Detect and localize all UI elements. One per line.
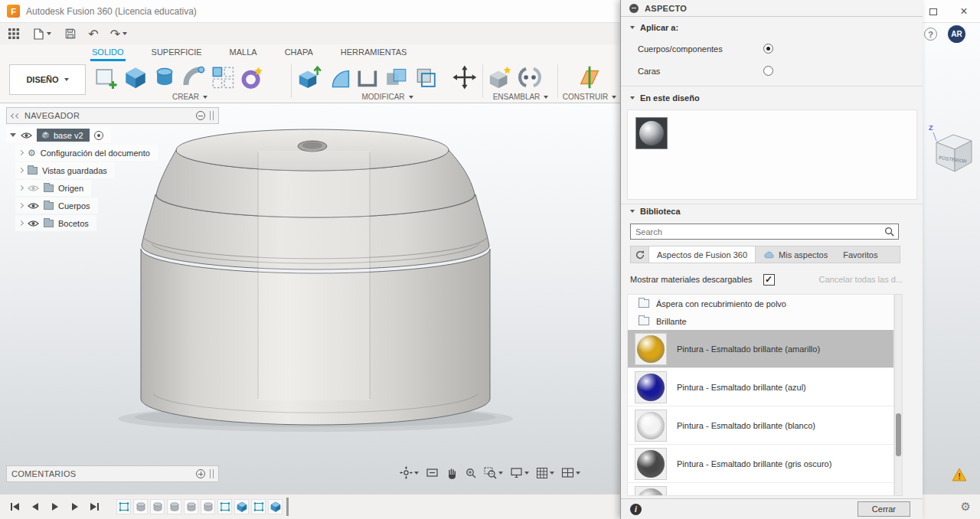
joint-icon[interactable]: [517, 64, 543, 90]
tab-favorites[interactable]: Favoritos: [835, 246, 885, 263]
help-button[interactable]: ?: [924, 28, 937, 41]
tree-row-doc-settings[interactable]: ⚙ Configuración del documento: [15, 145, 158, 161]
folder-row-brillante[interactable]: Brillante: [628, 312, 893, 330]
refresh-button[interactable]: [631, 246, 649, 263]
add-comment-icon[interactable]: [196, 469, 205, 478]
expand-caret-icon[interactable]: [18, 150, 24, 155]
search-icon[interactable]: [884, 226, 895, 237]
tab-my-aspects[interactable]: Mis aspectos: [756, 246, 835, 263]
timeline-feature-sketch-icon[interactable]: [116, 499, 131, 514]
visibility-eye-icon[interactable]: [21, 132, 32, 139]
comments-header[interactable]: COMENTARIOS: [6, 465, 219, 482]
timeline-cursor[interactable]: [286, 498, 289, 516]
timeline-go-start-button[interactable]: [8, 500, 22, 514]
tree-row-root[interactable]: base v2: [6, 127, 111, 143]
folder-row-aspera[interactable]: Áspera con recubrimiento de polvo: [628, 295, 893, 312]
timeline-feature-body-icon[interactable]: [167, 499, 181, 514]
navigator-header[interactable]: NAVEGADOR: [6, 107, 219, 124]
expand-caret-icon[interactable]: [18, 168, 24, 173]
panel-grip[interactable]: [210, 111, 214, 120]
orbit-button[interactable]: [400, 466, 419, 479]
pan-button[interactable]: [446, 467, 458, 479]
tab-superficie[interactable]: SUPERFICIE: [150, 44, 204, 61]
expand-caret-icon[interactable]: [10, 133, 16, 137]
create-sketch-icon[interactable]: [93, 64, 119, 90]
timeline-step-back-button[interactable]: [28, 500, 42, 514]
tab-chapa[interactable]: CHAPA: [283, 44, 315, 61]
expand-caret-icon[interactable]: [18, 203, 24, 208]
root-node-badge[interactable]: base v2: [37, 129, 90, 142]
zoom-button[interactable]: [465, 467, 477, 479]
save-button[interactable]: [61, 25, 80, 42]
collapse-panel-icon[interactable]: [11, 114, 20, 118]
combine-icon[interactable]: [384, 64, 410, 90]
materials-scrollbar[interactable]: [894, 294, 903, 496]
close-button[interactable]: ×: [949, 0, 978, 23]
coil-icon[interactable]: [239, 64, 265, 90]
undo-button[interactable]: ↶: [84, 25, 103, 42]
display-settings-button[interactable]: [510, 467, 529, 478]
account-avatar[interactable]: AR: [948, 25, 965, 43]
timeline-feature-body-icon[interactable]: [150, 499, 165, 514]
tab-malla[interactable]: MALLA: [228, 44, 259, 61]
tree-row-bodies[interactable]: Cuerpos: [15, 197, 98, 214]
expand-caret-icon[interactable]: [18, 185, 24, 191]
warning-icon[interactable]: !: [952, 468, 967, 481]
look-at-button[interactable]: [426, 467, 439, 478]
offset-face-icon[interactable]: [413, 64, 439, 90]
view-cube[interactable]: Z POSTERIOR: [924, 121, 979, 181]
activate-component-icon[interactable]: [94, 131, 103, 140]
new-component-icon[interactable]: [488, 64, 514, 90]
group-construir-label[interactable]: CONSTRUIR: [563, 93, 608, 101]
tree-row-saved-views[interactable]: Vistas guardadas: [15, 162, 115, 178]
timeline-play-button[interactable]: [47, 500, 62, 514]
tab-fusion-aspects[interactable]: Aspectos de Fusion 360: [649, 246, 756, 263]
timeline-step-forward-button[interactable]: [67, 500, 82, 514]
material-row-gris-oscuro[interactable]: Pintura - Esmaltado brillante (gris oscu…: [628, 445, 893, 483]
panel-grip[interactable]: [210, 469, 214, 478]
move-icon[interactable]: [452, 64, 478, 90]
minimize-panel-icon[interactable]: [196, 111, 205, 120]
visibility-eye-icon[interactable]: [28, 220, 39, 227]
tree-row-sketches[interactable]: Bocetos: [15, 215, 96, 231]
sweep-icon[interactable]: [181, 64, 207, 90]
tab-herramientas[interactable]: HERRAMIENTAS: [339, 44, 409, 61]
visibility-eye-icon[interactable]: [28, 184, 39, 192]
section-library[interactable]: Biblioteca: [630, 207, 681, 216]
viewports-button[interactable]: [561, 467, 580, 478]
show-downloadable-checkbox[interactable]: ✓: [763, 274, 775, 286]
extrude-icon[interactable]: [122, 64, 149, 90]
timeline-feature-body-icon[interactable]: [133, 499, 148, 514]
fillet-icon[interactable]: [326, 64, 352, 90]
shell-icon[interactable]: [354, 64, 381, 90]
cancel-downloads-link[interactable]: Cancelar todas las d...: [819, 275, 903, 284]
cerrar-button[interactable]: Cerrar: [858, 501, 910, 517]
settings-gear-icon[interactable]: ⚙: [961, 500, 971, 514]
timeline-feature-body-icon[interactable]: [201, 499, 215, 514]
design-workspace-dropdown[interactable]: DISEÑO: [9, 64, 86, 95]
timeline-feature-extrude-icon[interactable]: [234, 499, 249, 514]
revolve-icon[interactable]: [152, 64, 178, 90]
maximize-button[interactable]: [919, 0, 948, 23]
section-apply-to[interactable]: Aplicar a:: [630, 23, 678, 32]
current-material-swatch[interactable]: [635, 117, 668, 149]
timeline-go-end-button[interactable]: [87, 500, 102, 514]
radio-faces[interactable]: [763, 66, 773, 76]
expand-caret-icon[interactable]: [18, 220, 24, 226]
group-ensamblar-label[interactable]: ENSAMBLAR: [493, 93, 541, 101]
search-input[interactable]: [631, 227, 884, 237]
material-row-amarillo[interactable]: Pintura - Esmaltado brillante (amarillo): [628, 330, 893, 368]
group-modificar-label[interactable]: MODIFICAR: [361, 93, 404, 101]
press-pull-icon[interactable]: [297, 64, 323, 90]
construct-plane-icon[interactable]: [577, 64, 603, 90]
aspecto-header[interactable]: ASPECTO: [621, 0, 923, 17]
radio-bodies-components[interactable]: [763, 44, 773, 54]
section-in-design[interactable]: En este diseño: [630, 93, 700, 103]
viewport-canvas[interactable]: NAVEGADOR base v2 ⚙ Configuración del do…: [0, 103, 620, 494]
app-grid-button[interactable]: [5, 25, 23, 42]
group-crear-label[interactable]: CREAR: [172, 93, 199, 101]
timeline-feature-body-icon[interactable]: [184, 499, 198, 514]
info-icon[interactable]: i: [630, 504, 642, 515]
pattern-icon[interactable]: [210, 64, 236, 90]
file-menu-button[interactable]: [29, 25, 55, 42]
